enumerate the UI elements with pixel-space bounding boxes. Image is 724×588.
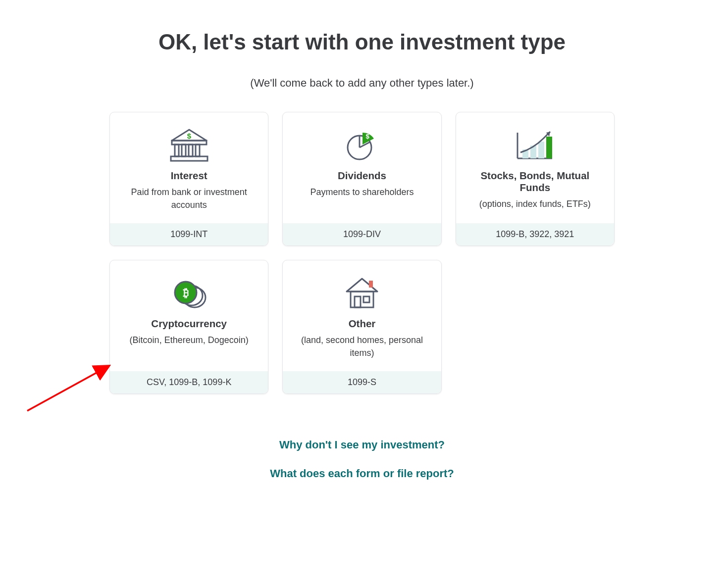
help-link-missing-investment[interactable]: Why don't I see my investment? xyxy=(279,439,445,451)
card-title: Cryptocurrency xyxy=(151,318,227,330)
card-title: Other xyxy=(349,318,376,330)
svg-rect-6 xyxy=(196,145,200,156)
svg-rect-27 xyxy=(363,296,369,302)
card-interest[interactable]: $ Interest Paid from bank or investment … xyxy=(109,112,268,246)
card-desc: Payments to shareholders xyxy=(310,186,414,198)
card-footer: 1099-INT xyxy=(110,223,268,245)
card-title: Stocks, Bonds, Mutual Funds xyxy=(465,170,605,194)
help-link-form-explanation[interactable]: What does each form or file report? xyxy=(270,467,454,480)
card-desc: (Bitcoin, Ethereum, Dogecoin) xyxy=(130,334,249,346)
svg-rect-4 xyxy=(182,145,186,156)
svg-text:$: $ xyxy=(365,133,369,140)
card-title: Interest xyxy=(171,170,207,182)
page-title: OK, let's start with one investment type xyxy=(109,30,615,54)
svg-rect-16 xyxy=(538,142,544,158)
investment-cards-grid: $ Interest Paid from bank or investment … xyxy=(109,112,615,394)
card-desc: (options, index funds, ETFs) xyxy=(479,197,591,210)
card-stocks-bonds[interactable]: Stocks, Bonds, Mutual Funds (options, in… xyxy=(456,112,615,246)
page-subtitle: (We'll come back to add any other types … xyxy=(109,77,615,90)
svg-rect-24 xyxy=(369,281,373,288)
house-icon xyxy=(342,274,382,313)
card-desc: (land, second homes, personal items) xyxy=(292,334,432,359)
svg-rect-5 xyxy=(189,145,193,156)
svg-rect-26 xyxy=(355,296,361,307)
card-footer: CSV, 1099-B, 1099-K xyxy=(110,371,268,393)
bitcoin-icon: ₿ xyxy=(169,274,209,313)
pie-chart-icon: $ xyxy=(343,126,381,165)
card-footer: 1099-S xyxy=(283,371,441,393)
svg-rect-17 xyxy=(546,137,552,158)
card-cryptocurrency[interactable]: ₿ Cryptocurrency (Bitcoin, Ethereum, Dog… xyxy=(109,260,268,394)
svg-rect-7 xyxy=(171,156,207,161)
svg-rect-3 xyxy=(175,145,179,156)
bar-chart-icon xyxy=(514,126,556,165)
card-footer: 1099-DIV xyxy=(283,223,441,245)
card-dividends[interactable]: $ Dividends Payments to shareholders 109… xyxy=(282,112,441,246)
svg-text:$: $ xyxy=(187,132,191,140)
help-links: Why don't I see my investment? What does… xyxy=(109,439,615,480)
card-other[interactable]: Other (land, second homes, personal item… xyxy=(282,260,441,394)
svg-text:₿: ₿ xyxy=(182,287,188,299)
card-title: Dividends xyxy=(338,170,386,182)
card-footer: 1099-B, 3922, 3921 xyxy=(456,223,614,245)
bank-icon: $ xyxy=(169,126,209,165)
card-desc: Paid from bank or investment accounts xyxy=(119,186,259,211)
